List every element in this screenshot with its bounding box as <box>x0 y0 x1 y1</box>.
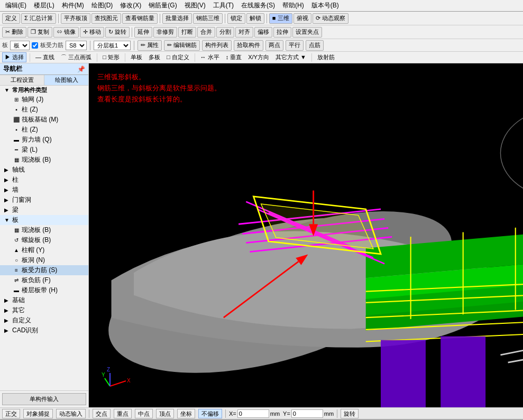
menu-tools[interactable]: 工具(T) <box>210 0 237 11</box>
btn-lock[interactable]: 锁定 <box>227 13 245 24</box>
btn-stretch[interactable]: 拉伸 <box>273 27 291 38</box>
sidebar-item-column[interactable]: ▪ 柱 (Z) <box>0 105 88 115</box>
sidebar-item-axis[interactable]: ⊞ 轴网 (J) <box>0 95 88 105</box>
expander-other[interactable]: ▶ <box>4 307 11 313</box>
sidebar-item-cad[interactable]: ▶ CAD识别 <box>0 325 88 335</box>
sidebar-item-opening[interactable]: ▶ 门窗洞 <box>0 195 88 205</box>
sidebar-item-floor-band[interactable]: ▬ 楼层板带 (H) <box>0 285 88 295</box>
btn-component-list[interactable]: 构件列表 <box>202 40 232 51</box>
btn-merge[interactable]: 合并 <box>197 27 215 38</box>
btn-dynamic[interactable]: ⟳ 动态观察 <box>313 13 348 24</box>
expander-wall[interactable]: ▶ <box>4 187 11 193</box>
btn-coord-snap[interactable]: 坐标 <box>177 409 195 418</box>
btn-snap[interactable]: 对象捕捉 <box>23 409 53 418</box>
btn-level-plate[interactable]: 平齐板顶 <box>61 13 90 24</box>
btn-mirror[interactable]: ⇔ 镜像 <box>53 27 79 38</box>
btn-radial[interactable]: 放射筋 <box>315 53 337 62</box>
menu-component[interactable]: 构件(M) <box>59 0 87 11</box>
menu-draw[interactable]: 绘图(D) <box>88 0 116 11</box>
menu-modify[interactable]: 修改(X) <box>117 0 144 11</box>
sidebar-item-beam[interactable]: ━ 梁 (L) <box>0 145 88 155</box>
btn-point-rebar[interactable]: 点筋 <box>306 40 324 51</box>
btn-rotate[interactable]: 旋转 <box>341 409 359 418</box>
btn-endpoint-snap[interactable]: 顶点 <box>156 409 174 418</box>
btn-find[interactable]: 查找图元 <box>91 13 121 24</box>
btn-flatten[interactable]: 平行 <box>286 40 304 51</box>
btn-rotate[interactable]: ↻ 旋转 <box>105 27 130 38</box>
btn-unlock[interactable]: 解锁 <box>246 13 264 24</box>
btn-intersection[interactable]: 交点 <box>93 409 111 418</box>
btn-horizontal[interactable]: ↔ 水平 <box>198 53 222 62</box>
sidebar-item-slab[interactable]: ▼ 板 <box>0 215 88 225</box>
btn-view-rebar[interactable]: 查看钢筋量 <box>122 13 158 24</box>
sidebar-item-neg-rebar[interactable]: ⇌ 板负筋 (F) <box>0 275 88 285</box>
sidebar-item-spiral[interactable]: ↺ 螺旋板 (B) <box>0 235 88 245</box>
btn-rebar-3d[interactable]: 钢筋三维 <box>193 13 223 24</box>
btn-ortho[interactable]: 正交 <box>2 409 20 418</box>
menu-floor[interactable]: 楼层(L) <box>31 0 58 11</box>
sidebar-item-beam2[interactable]: ▶ 梁 <box>0 205 88 215</box>
expander-custom[interactable]: ▶ <box>4 318 11 323</box>
btn-properties[interactable]: ✏ 属性 <box>137 40 162 51</box>
btn-batch-select[interactable]: 批量选择 <box>162 13 192 24</box>
x-input[interactable] <box>237 409 269 418</box>
menu-online[interactable]: 在线服务(S) <box>238 0 278 11</box>
btn-rect-mode[interactable]: □ 矩形 <box>100 53 122 62</box>
expander-common[interactable]: ▼ <box>4 87 11 93</box>
btn-align[interactable]: 对齐 <box>235 27 253 38</box>
expander-beam2[interactable]: ▶ <box>4 207 11 213</box>
btn-multi-plate[interactable]: 多板 <box>146 53 162 62</box>
btn-other[interactable]: 其它方式 ▼ <box>273 53 308 62</box>
btn-two-points[interactable]: 两点 <box>265 40 283 51</box>
sidebar-pin-icon[interactable]: 📌 <box>77 66 85 73</box>
btn-topview[interactable]: 俯视 <box>293 13 311 24</box>
btn-edit-rebar[interactable]: ✏ 编辑钢筋 <box>164 40 200 51</box>
sidebar-item-cast-slab[interactable]: ▦ 现浇板 (B) <box>0 155 88 165</box>
btn-set-grip[interactable]: 设置夹点 <box>292 27 322 38</box>
sidebar-item-col[interactable]: ▶ 柱 <box>0 175 88 185</box>
btn-select-mode[interactable]: ▶ 选择 <box>2 52 26 62</box>
y-input[interactable] <box>291 409 323 418</box>
expander-slab[interactable]: ▼ <box>4 217 11 223</box>
prop-rebar-checkbox[interactable] <box>32 42 38 49</box>
sidebar-item-column2[interactable]: ▪ 柱 (Z) <box>0 125 88 135</box>
menu-version[interactable]: 版本号(B) <box>308 0 342 11</box>
btn-vertical[interactable]: ↕ 垂直 <box>224 53 244 62</box>
sidebar-item-hole[interactable]: ○ 板洞 (N) <box>0 255 88 265</box>
btn-pick-component[interactable]: 拾取构件 <box>234 40 263 51</box>
sidebar-item-foundation2[interactable]: ▶ 基础 <box>0 295 88 305</box>
expander-foundation2[interactable]: ▶ <box>4 297 11 303</box>
btn-extend[interactable]: 延伸 <box>134 27 152 38</box>
btn-notrim[interactable]: 非修剪 <box>153 27 177 38</box>
expander-col[interactable]: ▶ <box>4 177 11 183</box>
btn-sum[interactable]: Σ 汇总计算 <box>21 13 56 24</box>
menu-help[interactable]: 帮助(H) <box>279 0 307 11</box>
btn-break[interactable]: 打断 <box>178 27 196 38</box>
btn-line-mode[interactable]: — 直线 <box>33 53 57 62</box>
viewport-3d[interactable]: 三维弧形斜板。 钢筋三维，与斜板分离是软件显示问题。 查看长度是按斜板长计算的。… <box>89 63 523 407</box>
btn-xy-dir[interactable]: X/Y方向 <box>246 53 271 62</box>
expander-axisline[interactable]: ▶ <box>4 167 11 173</box>
btn-offset[interactable]: 偏移 <box>254 27 272 38</box>
sidebar-item-capital[interactable]: ▲ 柱帽 (Y) <box>0 245 88 255</box>
btn-single-component[interactable]: 单构件输入 <box>2 393 86 405</box>
menu-rebar-qty[interactable]: 钢筋量(G) <box>145 0 180 11</box>
btn-center-snap[interactable]: 中点 <box>135 409 153 418</box>
btn-project-settings[interactable]: 工程设置 <box>0 75 44 85</box>
expander-cad[interactable]: ▶ <box>4 328 11 333</box>
sidebar-item-custom[interactable]: ▶ 自定义 <box>0 315 88 325</box>
btn-copy[interactable]: ❐ 复制 <box>27 27 52 38</box>
btn-midpoint-snap[interactable]: 重点 <box>114 409 132 418</box>
menu-edit[interactable]: 编辑(E) <box>2 0 30 11</box>
sidebar-item-axisline[interactable]: ▶ 轴线 <box>0 165 88 175</box>
prop-plate-select[interactable]: 板 <box>10 41 30 50</box>
prop-rebar-type[interactable]: S8 <box>66 41 87 50</box>
btn-delete[interactable]: ✂ 删除 <box>2 27 26 38</box>
sidebar-item-other[interactable]: ▶ 其它 <box>0 305 88 315</box>
btn-3d[interactable]: ■ 三维 <box>269 13 292 24</box>
prop-layer-select[interactable]: 分层板1 <box>94 41 131 50</box>
sidebar-item-shear-wall[interactable]: ▬ 剪力墙 (Q) <box>0 135 88 145</box>
sidebar-item-foundation[interactable]: ⬛ 筏板基础 (M) <box>0 115 88 125</box>
btn-single-plate[interactable]: 单板 <box>129 53 144 62</box>
btn-dynamic-input[interactable]: 动态输入 <box>56 409 86 418</box>
